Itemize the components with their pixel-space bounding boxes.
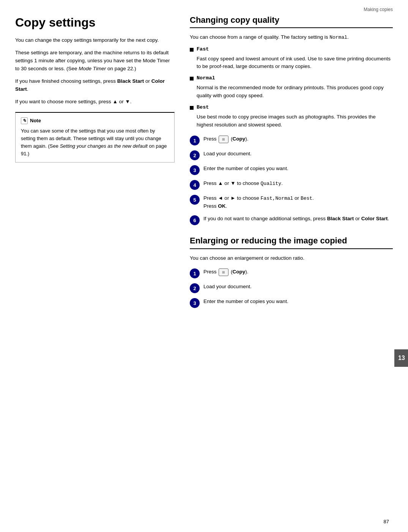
- step-text-5: Press ◄ or ► to choose Fast,Normal or Be…: [203, 194, 393, 210]
- s2-step1: 1 Press ⊞ (Copy).: [190, 268, 393, 278]
- mode-timer-italic: Mode Timer: [79, 66, 106, 71]
- step-number-3: 3: [190, 165, 200, 175]
- bullet-best: Best: [190, 104, 393, 110]
- left-intro3: If you have finished choosing settings, …: [15, 77, 175, 93]
- left-intro1: You can change the copy settings tempora…: [15, 36, 175, 44]
- bullet-desc-best: Use best mode to copy precise images suc…: [197, 113, 393, 129]
- left-intro2: These settings are temporary, and the ma…: [15, 49, 175, 73]
- bullet-desc-fast: Fast copy speed and lowest amount of ink…: [197, 55, 393, 71]
- bullet-normal: Normal: [190, 75, 393, 81]
- copy-label-s2-1: Copy: [233, 269, 246, 275]
- fast-normal-code: Fast,Normal: [261, 196, 293, 201]
- note-content: You can save some of the settings that y…: [21, 127, 169, 158]
- step-number-2: 2: [190, 150, 200, 160]
- section1-intro: You can choose from a range of quality. …: [190, 33, 393, 41]
- bullet-square-normal: [190, 77, 194, 81]
- section2-steps: 1 Press ⊞ (Copy). 2 Load your document. …: [190, 268, 393, 308]
- left-intro4: If you want to choose more settings, pre…: [15, 98, 175, 106]
- color-start-s1: Color Start: [361, 216, 388, 221]
- bullet-label-fast: Fast: [197, 46, 209, 52]
- s2-step-number-2: 2: [190, 283, 200, 293]
- step-number-4: 4: [190, 180, 200, 190]
- note-italic: Setting your changes as the new default: [60, 143, 148, 149]
- s2-step-text-3: Enter the number of copies you want.: [203, 298, 393, 306]
- s2-step2: 2 Load your document.: [190, 283, 393, 293]
- section2-intro: You can choose an enlargement or reducti…: [190, 254, 393, 262]
- note-icon: ✎: [21, 117, 28, 124]
- s2-step-text-1: Press ⊞ (Copy).: [203, 268, 393, 276]
- step1: 1 Press ⊞ (Copy).: [190, 135, 393, 145]
- step3: 3 Enter the number of copies you want.: [190, 165, 393, 175]
- section1-title: Changing copy quality: [190, 15, 393, 28]
- left-column: Copy settings You can change the copy se…: [15, 15, 175, 313]
- bullet-square-fast: [190, 48, 194, 52]
- note-header: ✎ Note: [21, 117, 169, 124]
- step2: 2 Load your document.: [190, 150, 393, 160]
- step5: 5 Press ◄ or ► to choose Fast,Normal or …: [190, 194, 393, 210]
- chapter-tab: 13: [394, 349, 408, 367]
- step6: 6 If you do not want to change additiona…: [190, 215, 393, 225]
- black-start-bold: Black Start: [117, 78, 144, 84]
- right-column: Changing copy quality You can choose fro…: [190, 15, 393, 313]
- bullet-square-best: [190, 106, 194, 110]
- step-text-3: Enter the number of copies you want.: [203, 165, 393, 173]
- bullet-desc-normal: Normal is the recommended mode for ordin…: [197, 84, 393, 100]
- ok-bold: OK: [218, 203, 225, 209]
- chapter-number: 13: [398, 355, 405, 361]
- page-header: Making copies: [0, 0, 408, 15]
- copy-label-1: Copy: [233, 136, 246, 142]
- black-start-s1: Black Start: [327, 216, 354, 221]
- note-box: ✎ Note You can save some of the settings…: [15, 112, 175, 163]
- s2-step-number-1: 1: [190, 268, 200, 278]
- copy-button-icon-s2-1: ⊞: [219, 268, 228, 276]
- note-label: Note: [30, 118, 41, 123]
- page-number: 87: [384, 519, 389, 524]
- step-text-4: Press ▲ or ▼ to choose Quality.: [203, 180, 393, 188]
- step-number-5: 5: [190, 195, 200, 205]
- section1-steps: 1 Press ⊞ (Copy). 2 Load your document. …: [190, 135, 393, 225]
- s2-step-text-2: Load your document.: [203, 283, 393, 291]
- copy-button-icon-1: ⊞: [219, 136, 228, 143]
- header-text: Making copies: [364, 7, 393, 12]
- bullet-label-normal: Normal: [197, 75, 215, 81]
- page-footer: 87: [384, 519, 389, 524]
- step-number-6: 6: [190, 215, 200, 225]
- step4: 4 Press ▲ or ▼ to choose Quality.: [190, 180, 393, 190]
- bullet-fast: Fast: [190, 46, 393, 52]
- quality-code: Quality: [261, 181, 282, 186]
- bullet-label-best: Best: [197, 104, 209, 110]
- s2-step3: 3 Enter the number of copies you want.: [190, 298, 393, 308]
- left-section-title: Copy settings: [15, 15, 175, 30]
- best-code: Best: [301, 196, 312, 201]
- step-text-2: Load your document.: [203, 150, 393, 158]
- step-number-1: 1: [190, 136, 200, 145]
- section2-title: Enlarging or reducing the image copied: [190, 236, 393, 249]
- step-text-1: Press ⊞ (Copy).: [203, 135, 393, 143]
- step-text-6: If you do not want to change additional …: [203, 215, 393, 223]
- s2-step-number-3: 3: [190, 298, 200, 308]
